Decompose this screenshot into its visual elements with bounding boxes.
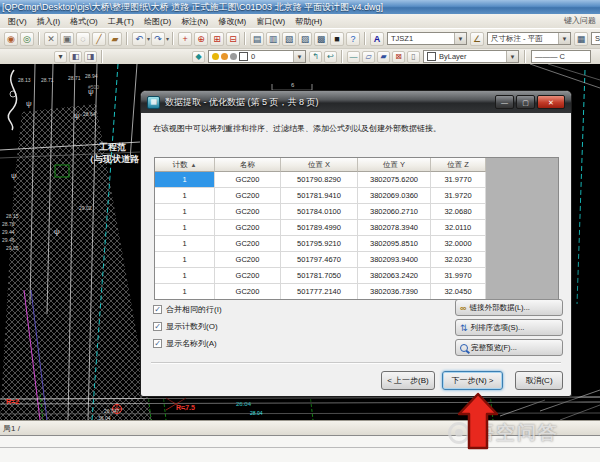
checkbox-row[interactable]: ✓显示名称列(A) <box>153 335 222 352</box>
table-cell[interactable]: 501790.8290 <box>281 172 358 188</box>
text-style-combo[interactable]: TJSZ1 ▼ <box>387 32 467 45</box>
sheetset-icon[interactable]: ▨ <box>298 32 312 46</box>
menu-item[interactable]: 图(V) <box>4 16 31 27</box>
layer-unisolate-icon[interactable]: ▰ <box>377 51 390 63</box>
table-cell[interactable]: 501781.7050 <box>281 268 358 284</box>
checkbox-row[interactable]: ✓合并相同的行(I) <box>153 301 222 318</box>
designcenter-icon[interactable]: ▥ <box>266 32 280 46</box>
menu-item[interactable]: 绘图(D) <box>140 16 175 27</box>
column-header[interactable]: 计数▲ <box>155 158 215 172</box>
table-cell[interactable]: 1 <box>155 252 215 268</box>
layer-isolate-icon[interactable]: ▱ <box>362 51 375 63</box>
table-cell[interactable]: 32.0230 <box>431 252 486 268</box>
chevron-down-icon[interactable]: ▼ <box>558 33 570 44</box>
menu-item[interactable]: 工具(T) <box>104 16 138 27</box>
table-style-icon[interactable]: ▦ <box>574 32 588 46</box>
maximize-button[interactable]: ▢ <box>516 95 535 109</box>
zoom-previous-icon[interactable]: ⊟ <box>226 32 240 46</box>
table-cell[interactable]: 32.0680 <box>431 204 486 220</box>
table-cell[interactable]: 501789.4990 <box>281 220 358 236</box>
table-cell[interactable]: GC200 <box>215 188 281 204</box>
menu-item[interactable]: 格式(O) <box>66 16 102 27</box>
next-button[interactable]: 下一步(N) > <box>442 371 503 390</box>
table-cell[interactable]: 1 <box>155 284 215 300</box>
redo-icon[interactable]: ↷ <box>151 32 165 46</box>
table-cell[interactable]: 32.0000 <box>431 236 486 252</box>
table-cell[interactable]: 32.0450 <box>431 284 486 300</box>
table-cell[interactable]: 31.9970 <box>431 268 486 284</box>
infocenter-search[interactable]: 键入问题 <box>564 14 596 28</box>
markup-icon[interactable]: ▩ <box>314 32 328 46</box>
menu-item[interactable]: 帮助(H) <box>291 16 326 27</box>
checkbox-icon[interactable]: ✓ <box>153 322 162 331</box>
tab-layout1[interactable]: 局1 / <box>3 424 20 433</box>
table-cell[interactable]: 501795.9210 <box>281 236 358 252</box>
layer-freeze-icon[interactable]: ▯ <box>407 51 420 63</box>
table-cell[interactable]: 3802060.2710 <box>358 204 431 220</box>
text-style-icon[interactable]: A <box>370 32 384 46</box>
table-cell[interactable]: 501797.4670 <box>281 252 358 268</box>
undo-icon[interactable]: ↶ <box>132 32 146 46</box>
table-cell[interactable]: GC200 <box>215 284 281 300</box>
table-cell[interactable]: 501781.9410 <box>281 188 358 204</box>
menu-item[interactable]: 修改(M) <box>214 16 250 27</box>
close-icon[interactable]: ✕ <box>537 95 565 109</box>
column-header[interactable]: 位置 Z <box>431 158 486 172</box>
toolpalettes-icon[interactable]: ▧ <box>282 32 296 46</box>
erase-icon[interactable]: ◌ <box>76 32 90 46</box>
chevron-down-icon[interactable]: ▼ <box>293 51 305 62</box>
layer-previous-icon[interactable]: ↩ <box>324 51 337 63</box>
column-header[interactable]: 名称 <box>215 158 281 172</box>
linetype-combo[interactable]: ——— C <box>531 50 591 63</box>
link-external-data-button[interactable]: ∞链接外部数据(L)... <box>455 299 563 316</box>
table-cell[interactable]: 3802069.0360 <box>358 188 431 204</box>
pencil-icon[interactable]: ╱ <box>92 32 106 46</box>
window-titlebar[interactable]: [QPCmgr\Desktop\pjs\大桥\整理图纸\大桥 道路 正式施工图\… <box>0 0 600 14</box>
publish-icon[interactable]: ◨ <box>84 51 97 63</box>
zoom-realtime-icon[interactable]: ⊕ <box>194 32 208 46</box>
table-cell[interactable]: 1 <box>155 188 215 204</box>
copy-icon[interactable]: ▣ <box>60 32 74 46</box>
minimize-button[interactable]: — <box>495 95 514 109</box>
checkbox-row[interactable]: ✓显示计数列(O) <box>153 318 222 335</box>
table-cell[interactable]: 3802063.2420 <box>358 268 431 284</box>
table-cell[interactable]: GC200 <box>215 252 281 268</box>
table-cell[interactable]: 1 <box>155 236 215 252</box>
chevron-down-icon[interactable]: ▾ <box>166 35 169 42</box>
menu-item[interactable]: 插入(I) <box>33 16 65 27</box>
object-color-combo[interactable]: ByLayer ▼ <box>423 50 519 63</box>
checkbox-icon[interactable]: ✓ <box>153 339 162 348</box>
table-cell[interactable]: 1 <box>155 220 215 236</box>
table-cell[interactable]: 3802075.6200 <box>358 172 431 188</box>
table-cell[interactable]: 501784.0100 <box>281 204 358 220</box>
menu-item[interactable]: 标注(N) <box>177 16 212 27</box>
help-icon[interactable]: ? <box>346 32 360 46</box>
commandline-icon[interactable]: ■ <box>330 32 344 46</box>
table-cell[interactable]: 501777.2140 <box>281 284 358 300</box>
layer-states-icon[interactable]: — <box>347 51 360 63</box>
table-cell[interactable]: GC200 <box>215 236 281 252</box>
table-cell[interactable]: 3802078.3940 <box>358 220 431 236</box>
table-cell[interactable]: 31.9770 <box>431 172 486 188</box>
chevron-down-icon[interactable]: ▼ <box>506 51 518 62</box>
dim-style-combo[interactable]: 尺寸标注 - 平面 ▼ <box>487 32 571 45</box>
chevron-down-icon[interactable]: ▼ <box>454 33 466 44</box>
plot-preview-icon[interactable]: ◧ <box>69 51 82 63</box>
column-header[interactable]: 位置 Y <box>358 158 431 172</box>
chevron-down-icon[interactable]: ▾ <box>147 35 150 42</box>
brush-icon[interactable]: ▰ <box>108 32 122 46</box>
table-cell[interactable]: 3802036.7390 <box>358 284 431 300</box>
menu-item[interactable]: 窗口(W) <box>252 16 289 27</box>
checkbox-icon[interactable]: ✓ <box>153 305 162 314</box>
cancel-button[interactable]: 取消(C) <box>515 371 563 390</box>
back-button[interactable]: < 上一步(B) <box>381 371 435 390</box>
table-cell[interactable]: 1 <box>155 268 215 284</box>
table-cell[interactable]: 3802095.8510 <box>358 236 431 252</box>
workspace-dropdown[interactable]: ▾ <box>54 51 67 63</box>
properties-icon[interactable]: ▤ <box>250 32 264 46</box>
dialog-titlebar[interactable]: ▦ 数据提取 - 优化数据 (第 5 页，共 8 页) — ▢ ✕ <box>141 91 571 113</box>
zoom-window-icon[interactable]: ⊞ <box>210 32 224 46</box>
snap-icon[interactable]: ◉ <box>4 32 18 46</box>
dim-style-icon[interactable]: ∠ <box>470 32 484 46</box>
table-style-combo[interactable]: Standar <box>591 32 600 45</box>
